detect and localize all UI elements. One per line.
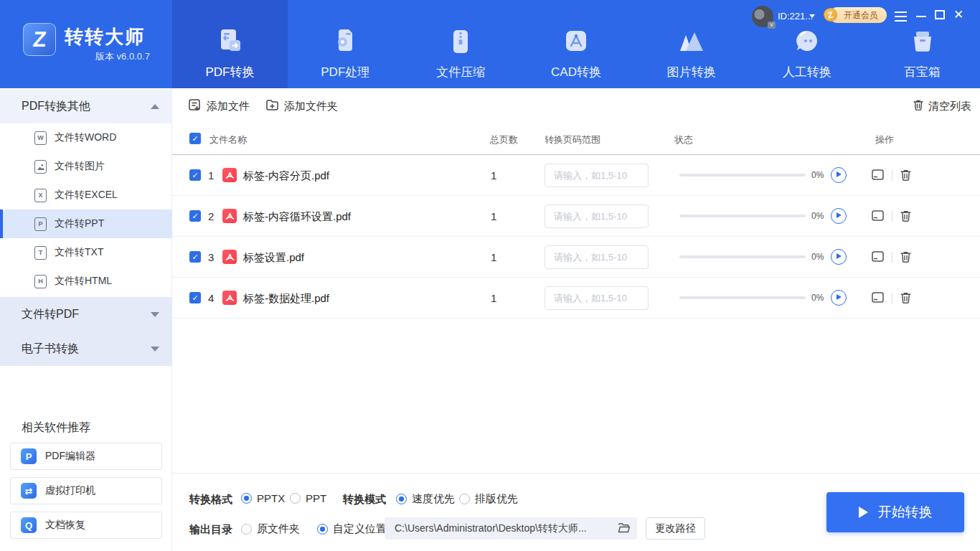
output-label: 输出目录	[189, 523, 232, 537]
software-pdf-editor[interactable]: P PDF编辑器	[10, 443, 162, 470]
delete-row-icon[interactable]	[900, 291, 912, 307]
page-range-input[interactable]	[545, 164, 649, 187]
row-index: 1	[208, 169, 214, 182]
sidebar-item-label: 文件转TXT	[55, 246, 103, 259]
progress-percent: 0%	[811, 170, 824, 180]
pdf-file-icon	[222, 291, 237, 305]
radio-label: PPTX	[257, 492, 285, 504]
table-header: ✓ 文件名称 总页数 转换页码范围 状态 操作	[172, 123, 980, 155]
add-folder-button[interactable]: 添加文件夹	[265, 98, 338, 115]
delete-row-icon[interactable]	[900, 169, 912, 184]
radio-speed-first[interactable]: 速度优先	[396, 492, 455, 506]
footer-divider	[172, 473, 980, 474]
row-checkbox[interactable]: ✓	[189, 210, 201, 222]
page-range-input[interactable]	[545, 245, 649, 269]
radio-label: PPT	[306, 492, 326, 504]
radio-icon	[396, 494, 407, 504]
row-checkbox[interactable]: ✓	[189, 251, 201, 263]
open-location-icon[interactable]	[871, 169, 885, 184]
user-avatar[interactable]: V	[752, 6, 773, 27]
radio-ppt[interactable]: PPT	[290, 492, 326, 504]
tab-cad-convert[interactable]: CAD转换	[519, 0, 634, 88]
tab-label: 文件压缩	[436, 64, 485, 80]
row-checkbox[interactable]: ✓	[189, 292, 201, 303]
logo-letter: Z	[32, 27, 47, 52]
file-name: 标签设置.pdf	[243, 251, 304, 265]
change-path-button[interactable]: 更改路径	[646, 517, 705, 540]
app-logo-icon: Z	[23, 23, 56, 56]
add-file-label: 添加文件	[207, 100, 250, 113]
radio-pptx[interactable]: PPTX	[241, 492, 285, 504]
software-doc-recovery[interactable]: Q 文档恢复	[10, 512, 162, 539]
pdf-process-icon	[329, 26, 361, 57]
file-name: 标签-内容循环设置.pdf	[243, 210, 351, 224]
section-label: 文件转PDF	[22, 307, 79, 322]
sidebar-item-to-html[interactable]: H 文件转HTML	[0, 267, 172, 296]
tab-image-convert[interactable]: 图片转换	[633, 0, 749, 88]
select-all-checkbox[interactable]: ✓	[189, 133, 201, 144]
sidebar-item-to-excel[interactable]: X 文件转EXCEL	[0, 181, 172, 209]
sidebar-section-file-to-pdf[interactable]: 文件转PDF	[0, 297, 172, 331]
sidebar-item-to-image[interactable]: 文件转图片	[0, 152, 172, 181]
sidebar-section-pdf-convert-other[interactable]: PDF转换其他	[0, 90, 172, 123]
sidebar-item-to-txt[interactable]: T 文件转TXT	[0, 238, 172, 267]
chevron-down-icon	[151, 347, 159, 352]
vip-badge[interactable]: Z 开通会员	[829, 7, 887, 23]
txt-file-icon: T	[34, 246, 47, 260]
chevron-down-icon[interactable]	[809, 14, 815, 18]
play-icon	[859, 507, 868, 518]
tab-label: CAD转换	[551, 64, 601, 80]
radio-custom-location[interactable]: 自定义位置	[317, 522, 387, 536]
radio-icon	[241, 524, 252, 534]
mode-label: 转换模式	[343, 493, 386, 507]
menu-button[interactable]	[895, 11, 907, 24]
format-label: 转换格式	[189, 493, 232, 507]
play-button[interactable]	[831, 290, 847, 306]
play-button[interactable]	[831, 208, 847, 224]
page-range-input[interactable]	[545, 286, 649, 310]
progress-bar	[679, 296, 806, 299]
page-count: 1	[491, 251, 496, 263]
tab-file-compress[interactable]: 文件压缩	[403, 0, 519, 88]
minimize-button[interactable]	[916, 16, 926, 17]
tab-pdf-convert[interactable]: PDF转换	[172, 0, 288, 88]
doc-recovery-icon: Q	[21, 517, 37, 533]
folder-icon[interactable]	[618, 522, 630, 537]
software-label: 虚拟打印机	[45, 484, 95, 497]
file-name: 标签-内容分页.pdf	[243, 169, 329, 183]
open-location-icon[interactable]	[871, 209, 885, 225]
column-range: 转换页码范围	[545, 133, 600, 146]
play-button[interactable]	[831, 167, 847, 183]
user-id[interactable]: ID:221...	[778, 11, 813, 22]
divider	[892, 211, 892, 222]
clear-list-button[interactable]: 清空列表	[913, 99, 971, 113]
page-range-input[interactable]	[545, 204, 649, 228]
progress-bar	[679, 255, 806, 258]
delete-row-icon[interactable]	[900, 209, 912, 225]
add-folder-label: 添加文件夹	[284, 100, 338, 113]
ppt-file-icon: P	[34, 217, 47, 231]
play-button[interactable]	[831, 249, 847, 265]
sidebar-item-to-word[interactable]: W 文件转WORD	[0, 123, 172, 152]
delete-row-icon[interactable]	[900, 250, 912, 266]
sidebar-section-ebook-convert[interactable]: 电子书转换	[0, 331, 172, 366]
output-path-field[interactable]: C:\Users\Administrator\Desktop\转转大师...	[385, 517, 637, 540]
maximize-button[interactable]	[935, 10, 945, 19]
add-folder-icon	[265, 98, 279, 114]
divider	[892, 252, 892, 263]
cad-convert-icon	[560, 26, 592, 57]
start-convert-button[interactable]: 开始转换	[826, 492, 964, 532]
radio-source-folder[interactable]: 原文件夹	[241, 522, 300, 536]
software-virtual-printer[interactable]: ⇄ 虚拟打印机	[10, 477, 162, 504]
open-location-icon[interactable]	[871, 291, 885, 307]
tab-pdf-process[interactable]: PDF处理	[288, 0, 403, 88]
row-index: 2	[208, 210, 214, 222]
sidebar-item-to-ppt[interactable]: P 文件转PPT	[0, 209, 172, 238]
close-button[interactable]: ✕	[953, 10, 964, 21]
add-file-button[interactable]: 添加文件	[188, 98, 250, 115]
tab-label: 人工转换	[783, 64, 831, 80]
open-location-icon[interactable]	[871, 250, 885, 266]
row-checkbox[interactable]: ✓	[189, 169, 201, 181]
section-label: 电子书转换	[22, 342, 79, 357]
radio-layout-first[interactable]: 排版优先	[459, 492, 518, 506]
